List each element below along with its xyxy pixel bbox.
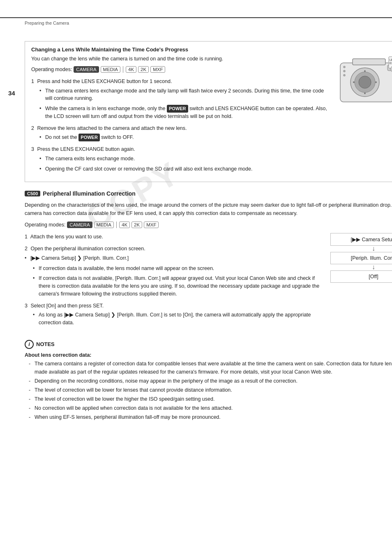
menu-arrow-1: ↓	[330, 245, 392, 252]
top-border	[0, 17, 392, 18]
mode-separator	[123, 66, 123, 73]
periph-step-3-bullets: As long as [▶▶ Camera Setup] ❯ [Periph. …	[33, 311, 322, 327]
svg-point-13	[364, 70, 366, 72]
peripheral-content: 1 Attach the lens you want to use. 2 Ope…	[25, 233, 392, 331]
mode-mxf: MXF	[150, 66, 165, 73]
menu-panel: [▶▶ Camera Setup] ↓ [Periph. Illum. Corr…	[330, 233, 392, 331]
callout-step-2-bullets: Do not set the POWER switch to OFF.	[39, 134, 328, 141]
notes-item-6: When using EF-S lenses, peripheral illum…	[29, 413, 392, 421]
notes-item-2: Depending on the recording conditions, n…	[29, 377, 392, 385]
peripheral-body: Depending on the characteristics of the …	[25, 201, 392, 217]
info-circle-icon: i	[25, 340, 34, 349]
notes-sub-heading: About lens correction data:	[25, 352, 392, 358]
bullet-item: Opening the CF card slot cover or removi…	[39, 165, 328, 173]
svg-rect-4	[353, 59, 385, 65]
peripheral-steps-container: 1 Attach the lens you want to use. 2 Ope…	[25, 233, 322, 331]
callout-operating-modes: Operating modes: CAMERA MEDIA 4K 2K MXF	[31, 66, 328, 73]
periph-mode-media: MEDIA	[94, 222, 114, 228]
notes-item-1: The camera contains a register of correc…	[29, 360, 392, 376]
notes-item-4: The level of correction will be lower th…	[29, 395, 392, 403]
svg-text:LENS: LENS	[390, 58, 392, 61]
peripheral-steps: 1 Attach the lens you want to use. 2 Ope…	[25, 233, 322, 327]
peripheral-operating-modes: Operating modes: CAMERA MEDIA 4K 2K MXF	[25, 222, 392, 228]
bullet-item: If correction data is not available, [Pe…	[33, 275, 322, 298]
peripheral-section-heading: C500 Peripheral Illumination Correction	[25, 190, 392, 197]
callout-box: Changing a Lens While Maintaining the Ti…	[25, 41, 392, 182]
periph-mode-4k: 4K	[119, 222, 130, 228]
bullet-item: The camera enters lens exchange mode and…	[39, 87, 328, 103]
main-content: Changing a Lens While Maintaining the Ti…	[25, 41, 392, 421]
camera-diagram-container: LENS EXCHANGE LUT 5 6	[328, 46, 392, 177]
bullet-item: As long as [▶▶ Camera Setup] ❯ [Periph. …	[33, 311, 322, 327]
svg-point-20	[344, 74, 346, 76]
svg-point-3	[359, 76, 371, 88]
mode-2k: 2K	[138, 66, 149, 73]
periph-step-2: 2 Open the peripheral illumination corre…	[25, 245, 322, 298]
callout-step-2: 2 Remove the lens attached to the camera…	[31, 125, 328, 142]
bullet-item: If correction data is available, the len…	[33, 265, 322, 272]
svg-point-15	[353, 81, 355, 83]
menu-box-periph: [Periph. Illum. Corr.]	[330, 252, 392, 264]
callout-step-3: 3 Press the LENS EXCHANGE button again. …	[31, 145, 328, 173]
notes-item-5: No correction will be applied when corre…	[29, 404, 392, 412]
callout-step-1-bullets: The camera enters lens exchange mode and…	[39, 87, 328, 120]
periph-step-2-bullets: If correction data is available, the len…	[33, 265, 322, 298]
power-badge-2: POWER	[78, 134, 100, 141]
periph-mode-camera: CAMERA	[67, 222, 92, 228]
periph-step-2-subnav: [▶▶ Camera Setup] ❯ [Periph. Illum. Corr…	[25, 254, 322, 262]
svg-point-16	[375, 81, 377, 83]
camera-diagram-svg: LENS EXCHANGE LUT 5 6	[328, 46, 392, 116]
periph-nav-path: [▶▶ Camera Setup] ❯ [Periph. Illum. Corr…	[25, 254, 322, 262]
bullet-item: Do not set the POWER switch to OFF.	[39, 134, 328, 141]
svg-text:EXCHANGE LUT: EXCHANGE LUT	[390, 62, 392, 65]
notes-item-3: The level of correction will be lower fo…	[29, 386, 392, 394]
notes-title: NOTES	[36, 341, 55, 347]
header-text: Preparing the Camera	[25, 21, 69, 25]
mode-media: MEDIA	[101, 66, 120, 73]
callout-step-1: 1 Press and hold the LENS EXCHANGE butto…	[31, 78, 328, 120]
notes-header: i NOTES	[25, 340, 392, 349]
menu-box-camera-setup: [▶▶ Camera Setup]	[330, 233, 392, 246]
periph-mode-2k: 2K	[131, 222, 142, 228]
page-number: 34	[8, 90, 15, 97]
periph-step-3: 3 Select [On] and then press SET. As lon…	[25, 302, 322, 327]
callout-steps: 1 Press and hold the LENS EXCHANGE butto…	[31, 78, 328, 173]
callout-title: Changing a Lens While Maintaining the Ti…	[31, 46, 328, 53]
menu-box-off: [Off]	[330, 270, 392, 283]
mode-camera: CAMERA	[74, 66, 99, 73]
peripheral-title: Peripheral Illumination Correction	[43, 190, 136, 197]
svg-point-19	[344, 70, 346, 72]
bullet-item: The camera exits lens exchange mode.	[39, 155, 328, 163]
notes-section: i NOTES About lens correction data: The …	[25, 340, 392, 421]
svg-point-14	[364, 92, 366, 94]
power-badge: POWER	[167, 105, 188, 113]
menu-arrow-2: ↓	[330, 264, 392, 270]
periph-step-1: 1 Attach the lens you want to use.	[25, 233, 322, 241]
mode-4k: 4K	[126, 66, 136, 73]
periph-mode-sep	[116, 222, 117, 228]
callout-intro: You can change the lens while the camera…	[31, 55, 328, 63]
callout-step-3-bullets: The camera exits lens exchange mode. Ope…	[39, 155, 328, 173]
page-header: Preparing the Camera	[25, 21, 69, 25]
periph-mode-mxf: MXF	[144, 222, 159, 228]
bullet-item: While the camera is in lens exchange mod…	[39, 105, 328, 120]
c500-badge: C500	[25, 191, 40, 196]
svg-point-18	[344, 66, 346, 68]
notes-list: The camera contains a register of correc…	[29, 360, 392, 421]
